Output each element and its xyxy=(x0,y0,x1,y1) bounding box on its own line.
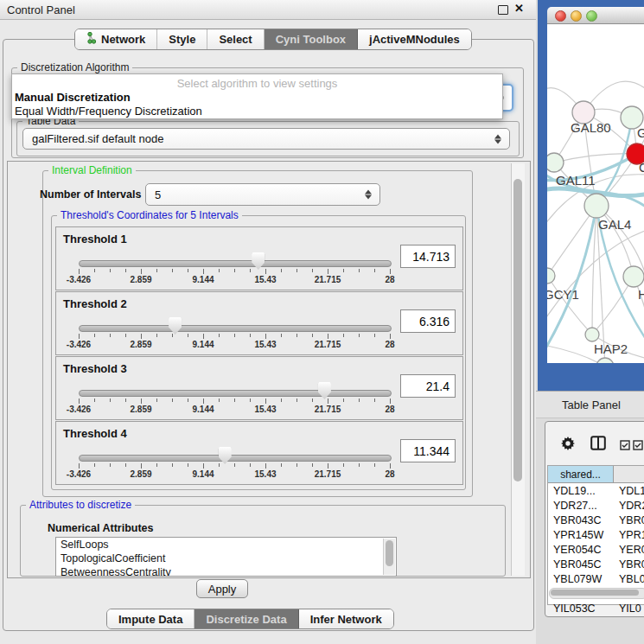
numerical-attributes-list[interactable]: SelfLoopsTopologicalCoefficientBetweenne… xyxy=(55,537,397,577)
threshold-value-field[interactable]: 6.316 xyxy=(400,309,456,333)
cell-shared-name: YDL19... xyxy=(553,485,596,497)
node-label: C xyxy=(639,160,644,175)
threshold-panel-4: Threshold 4-3.4262.8599.14415.4321.71528… xyxy=(55,421,463,485)
slider-track[interactable] xyxy=(79,455,392,462)
tab-cyni-toolbox[interactable]: Cyni Toolbox xyxy=(265,29,358,49)
number-of-intervals-combobox[interactable]: 5 xyxy=(145,183,380,206)
slider-tick xyxy=(390,463,391,469)
network-node-h[interactable] xyxy=(623,266,644,287)
close-traffic-light-icon[interactable] xyxy=(555,10,566,22)
bottom-tab-discretize-data[interactable]: Discretize Data xyxy=(194,609,298,628)
cell-name: YER0 xyxy=(619,544,644,556)
cell-shared-name: YBR045C xyxy=(553,558,602,571)
split-columns-icon[interactable] xyxy=(590,436,606,454)
table-hscrollbar-thumb[interactable] xyxy=(551,590,639,596)
network-canvas[interactable]: GAL80GACGAL11GAL4GCY1HHAP2 xyxy=(547,24,644,363)
tab-select[interactable]: Select xyxy=(207,29,264,49)
slider-tick xyxy=(110,269,111,272)
checkbox-icon[interactable] xyxy=(633,438,643,454)
network-node[interactable] xyxy=(596,358,614,363)
slider-track[interactable] xyxy=(79,325,392,332)
slider-track[interactable] xyxy=(79,260,392,267)
close-icon[interactable]: ✕ xyxy=(514,2,524,15)
table-row[interactable]: YBR045CYBR0 xyxy=(548,558,644,573)
zoom-traffic-light-icon[interactable] xyxy=(586,10,597,22)
network-node-gal11[interactable] xyxy=(547,153,564,172)
table-hscrollbar[interactable] xyxy=(549,588,644,599)
slider-tick xyxy=(79,463,80,469)
slider-tick-label: 9.144 xyxy=(192,405,214,414)
table-row[interactable]: YER054CYER0 xyxy=(548,544,644,558)
slider-tick xyxy=(250,269,251,272)
slider-tick xyxy=(312,399,313,402)
table-row[interactable]: YIL053CYIL0 xyxy=(548,603,644,617)
tab-network[interactable]: Network xyxy=(75,29,157,49)
node-label: H xyxy=(638,287,644,302)
slider-tick-label: -3.426 xyxy=(67,340,91,349)
column-header-shared-name[interactable]: shared... xyxy=(548,466,614,483)
table-row[interactable]: YDR27...YDR2 xyxy=(548,500,644,514)
dropdown-placeholder: Select algorithm to view settings xyxy=(12,77,502,90)
control-panel: Control Panel ✕ NetworkStyleSelectCyni T… xyxy=(0,0,536,644)
slider-thumb[interactable] xyxy=(252,252,265,270)
attribute-item-betweennesscentrality[interactable]: BetweennessCentrality xyxy=(56,565,396,577)
bottom-tab-infer-network[interactable]: Infer Network xyxy=(299,609,393,628)
dropdown-option-manual-discretization[interactable]: Manual Discretization xyxy=(15,91,131,104)
threshold-value-field[interactable]: 14.713 xyxy=(400,245,456,268)
slider-tick xyxy=(250,463,251,467)
slider-tick xyxy=(281,334,282,337)
network-node-gcy1[interactable] xyxy=(547,268,555,284)
attributes-scrollbar[interactable] xyxy=(383,539,395,575)
table-panel-titlebar: Table Panel xyxy=(536,391,644,418)
settings-scrollbar[interactable] xyxy=(511,163,525,576)
float-window-icon[interactable] xyxy=(498,5,508,15)
bottom-tab-impute-data[interactable]: Impute Data xyxy=(107,609,194,628)
slider-tick-label: 2.859 xyxy=(130,340,151,349)
slider-tick xyxy=(79,269,80,274)
table-row[interactable]: YPR145WYPR1 xyxy=(548,529,644,544)
cell-name: YBR0 xyxy=(619,514,644,526)
slider-tick xyxy=(110,399,111,402)
column-header-name[interactable]: na xyxy=(614,466,644,483)
slider-thumb[interactable] xyxy=(219,447,232,464)
slider-tick xyxy=(94,269,95,272)
network-node-hap2[interactable] xyxy=(585,328,599,341)
node-label: GAL4 xyxy=(598,217,631,232)
cell-shared-name: YIL053C xyxy=(553,603,596,615)
slider-tick xyxy=(94,334,95,337)
attribute-item-topologicalcoefficient[interactable]: TopologicalCoefficient xyxy=(56,552,396,565)
attribute-item-selfloops[interactable]: SelfLoops xyxy=(56,538,396,552)
slider-thumb[interactable] xyxy=(318,382,331,399)
tab-jactivemnodules[interactable]: jActiveMNodules xyxy=(358,29,471,49)
table-row[interactable]: YBR043CYBR0 xyxy=(548,514,644,529)
slider-track[interactable] xyxy=(79,390,392,397)
slider-tick xyxy=(265,463,266,469)
table-row[interactable]: YBL079WYBL0 xyxy=(548,573,644,588)
tab-label: Select xyxy=(219,33,252,46)
slider-tick xyxy=(188,399,188,402)
threshold-value-field[interactable]: 21.4 xyxy=(400,374,456,398)
attributes-scrollbar-thumb[interactable] xyxy=(386,540,393,566)
slider-tick xyxy=(172,463,173,467)
select-all-checkbox-icon[interactable] xyxy=(620,438,630,454)
tab-style[interactable]: Style xyxy=(157,29,207,49)
apply-button[interactable]: Apply xyxy=(196,579,248,598)
minimize-traffic-light-icon[interactable] xyxy=(571,10,582,22)
slider-tick xyxy=(265,269,266,274)
settings-scrollbar-thumb[interactable] xyxy=(513,179,522,481)
threshold-label: Threshold 2 xyxy=(63,297,127,310)
gear-icon[interactable] xyxy=(561,437,575,454)
table-data-combobox[interactable]: galFiltered.sif default node xyxy=(22,128,510,150)
slider-tick xyxy=(141,399,142,404)
table-row[interactable]: YDL19...YDL1 xyxy=(548,485,644,500)
node-label: GCY1 xyxy=(547,287,579,302)
threshold-panel-2: Threshold 2-3.4262.8599.14415.4321.71528… xyxy=(55,291,463,355)
slider-tick xyxy=(188,334,188,337)
algorithm-dropdown-popup: Select algorithm to view settings Manual… xyxy=(11,73,503,119)
network-node-gal4[interactable] xyxy=(584,194,609,218)
dropdown-option-equal-width-frequency[interactable]: Equal Width/Frequency Discretization xyxy=(15,105,202,118)
threshold-value-field[interactable]: 11.344 xyxy=(400,439,456,462)
slider-tick xyxy=(110,334,111,337)
slider-thumb[interactable] xyxy=(169,317,182,335)
slider-tick-label: 2.859 xyxy=(130,469,151,479)
